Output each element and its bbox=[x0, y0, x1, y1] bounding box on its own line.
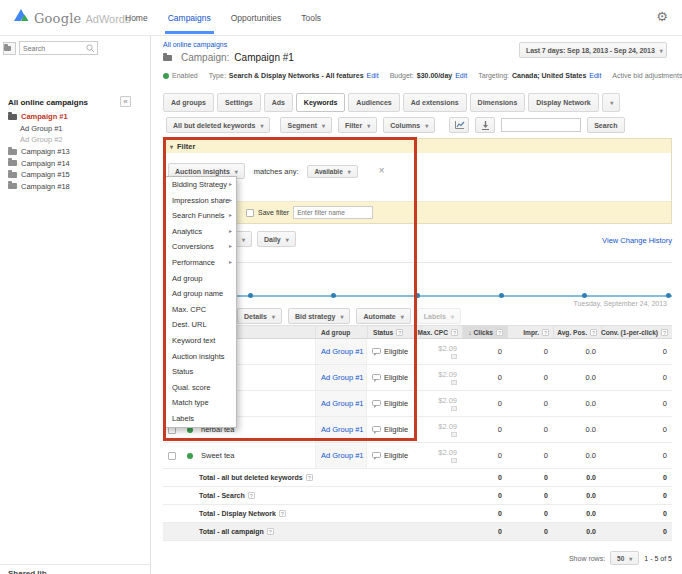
help-icon[interactable] bbox=[267, 528, 274, 535]
filter-menu-item[interactable]: Search Funnels bbox=[165, 208, 236, 224]
download-button[interactable] bbox=[475, 117, 495, 133]
status-cell: Eligible bbox=[367, 417, 420, 442]
filter-name-input[interactable] bbox=[293, 206, 373, 219]
total-impressions: 0 bbox=[507, 474, 553, 481]
edit-targeting-link[interactable]: Edit bbox=[589, 72, 601, 79]
filter-menu-item[interactable]: Status bbox=[165, 364, 236, 380]
help-icon[interactable] bbox=[451, 329, 458, 336]
filter-menu-item[interactable]: Ad group bbox=[165, 271, 236, 287]
sidebar-tree-item[interactable]: Ad Group #2 bbox=[0, 134, 150, 146]
labels-button[interactable]: Labels bbox=[417, 308, 461, 324]
bid-strategy-button[interactable]: Bid strategy bbox=[288, 308, 350, 324]
chart-toggle-button[interactable] bbox=[449, 117, 469, 133]
sidebar-collapse-button[interactable] bbox=[120, 96, 131, 107]
filter-menu-item[interactable]: Ad group name bbox=[165, 286, 236, 302]
sidebar-search-input[interactable] bbox=[20, 45, 86, 52]
page-title-row: Campaign: Campaign #1 bbox=[163, 52, 294, 63]
help-icon[interactable] bbox=[248, 492, 255, 499]
nav-item[interactable]: Campaigns bbox=[168, 0, 211, 36]
nav-item[interactable]: Tools bbox=[301, 0, 321, 36]
ad-group-link[interactable]: Ad Group #1 bbox=[321, 399, 364, 408]
date-range-button[interactable]: Last 7 days: Sep 18, 2013 - Sep 24, 2013 bbox=[519, 42, 667, 58]
ad-group-link[interactable]: Ad Group #1 bbox=[321, 373, 364, 382]
help-icon[interactable] bbox=[661, 329, 668, 336]
avg-position-column-header[interactable]: Avg. Pos. bbox=[553, 326, 601, 338]
status-text: Eligible bbox=[384, 425, 408, 434]
conversions-column-header[interactable]: Conv. (1-per-click) bbox=[601, 326, 672, 338]
ad-group-link[interactable]: Ad Group #1 bbox=[321, 451, 364, 460]
campaign-targeting: Targeting:Canada; United StatesEdit bbox=[478, 72, 601, 79]
tab[interactable]: Settings bbox=[217, 93, 261, 112]
max-cpc-column-header[interactable]: Max. CPC bbox=[420, 326, 462, 338]
sidebar-tree-item[interactable]: Campaign #1 bbox=[0, 111, 150, 123]
edit-budget-link[interactable]: Edit bbox=[455, 72, 467, 79]
filter-menu-item[interactable]: Performance bbox=[165, 255, 236, 271]
help-icon[interactable] bbox=[279, 510, 286, 517]
filter-menu-item[interactable]: Keyword text bbox=[165, 333, 236, 349]
filter-button[interactable]: Filter bbox=[338, 117, 377, 133]
status-column-header[interactable]: Status bbox=[367, 326, 420, 338]
shared-library-link[interactable]: Shared lib bbox=[0, 564, 150, 574]
rows-per-page-select[interactable]: 50 bbox=[610, 551, 639, 565]
filter-panel-header[interactable]: ▾ Filter bbox=[164, 139, 671, 153]
filter-menu-item[interactable]: Auction insights bbox=[165, 349, 236, 365]
folder-browse-button[interactable] bbox=[3, 42, 16, 55]
clicks-column-header[interactable]: Clicks bbox=[462, 326, 507, 338]
nav-item[interactable]: Opportunities bbox=[231, 0, 282, 36]
filter-menu-item[interactable]: Bidding Strategy bbox=[165, 177, 236, 193]
help-icon[interactable] bbox=[542, 329, 549, 336]
help-icon[interactable] bbox=[396, 329, 403, 336]
tab[interactable]: Ad groups bbox=[163, 93, 214, 112]
row-checkbox[interactable] bbox=[168, 452, 176, 460]
filter-menu-item[interactable]: Conversions bbox=[165, 239, 236, 255]
tab[interactable]: Ad extensions bbox=[403, 93, 467, 112]
campaign-status[interactable]: Enabled bbox=[163, 72, 198, 79]
tab[interactable]: Audiences bbox=[348, 93, 399, 112]
details-button[interactable]: Details bbox=[237, 308, 282, 324]
help-icon[interactable] bbox=[306, 474, 313, 481]
table-search-button[interactable]: Search bbox=[587, 117, 624, 133]
view-change-history-link[interactable]: View Change History bbox=[602, 236, 672, 245]
filter-menu-item[interactable]: Impression share bbox=[165, 193, 236, 209]
keywords-table: Ad group Status Max. CPC Clicks Impr. Av… bbox=[163, 325, 672, 541]
gear-icon[interactable] bbox=[656, 9, 668, 25]
columns-button[interactable]: Columns bbox=[383, 117, 435, 133]
keyword-scope-select[interactable]: All but deleted keywords bbox=[166, 117, 270, 133]
remove-filter-icon[interactable] bbox=[379, 166, 385, 176]
sidebar-tree-item[interactable]: Campaign #18 bbox=[0, 181, 150, 193]
tab[interactable]: Keywords bbox=[296, 93, 345, 112]
filter-menu-item[interactable]: Analytics bbox=[165, 224, 236, 240]
ad-group-cell: Ad Group #1 bbox=[315, 391, 367, 416]
filter-menu-item[interactable]: Qual. score bbox=[165, 380, 236, 396]
impressions-column-header[interactable]: Impr. bbox=[507, 326, 553, 338]
speech-bubble-icon bbox=[372, 400, 381, 408]
ad-group-link[interactable]: Ad Group #1 bbox=[321, 347, 364, 356]
sidebar-tree-item[interactable]: Ad Group #1 bbox=[0, 123, 150, 135]
tab[interactable]: Display Network bbox=[528, 93, 598, 112]
page-title: Campaign #1 bbox=[234, 52, 293, 63]
tabs-overflow-button[interactable] bbox=[602, 93, 620, 112]
edit-type-link[interactable]: Edit bbox=[367, 72, 379, 79]
table-search-input[interactable] bbox=[501, 118, 581, 132]
help-icon[interactable] bbox=[590, 329, 597, 336]
filter-menu-item[interactable]: Dest. URL bbox=[165, 317, 236, 333]
help-icon[interactable] bbox=[496, 329, 503, 336]
tab[interactable]: Dimensions bbox=[470, 93, 526, 112]
save-filter-checkbox[interactable] bbox=[246, 209, 254, 217]
tab[interactable]: Ads bbox=[264, 93, 293, 112]
segment-button[interactable]: Segment bbox=[280, 117, 332, 133]
filter-menu-item[interactable]: Match type bbox=[165, 395, 236, 411]
sidebar-tree-item[interactable]: Campaign #14 bbox=[0, 157, 150, 169]
filter-menu-item[interactable]: Labels bbox=[165, 411, 236, 427]
filter-value-select[interactable]: Available bbox=[307, 165, 357, 178]
ad-group-link[interactable]: Ad Group #1 bbox=[321, 425, 364, 434]
sidebar-tree-item[interactable]: Campaign #13 bbox=[0, 146, 150, 158]
ad-group-column-header[interactable]: Ad group bbox=[315, 326, 367, 338]
nav-item[interactable]: Home bbox=[125, 0, 148, 36]
filter-menu-item[interactable]: Max. CPC bbox=[165, 302, 236, 318]
chart-granularity-select[interactable]: Daily bbox=[257, 231, 296, 247]
automate-button[interactable]: Automate bbox=[356, 308, 410, 324]
table-body: Ad Group #1 Eligible $2.09 0 0 0.0 0 bbox=[163, 339, 672, 469]
breadcrumb[interactable]: All online campaigns bbox=[163, 41, 227, 48]
sidebar-tree-item[interactable]: Campaign #15 bbox=[0, 169, 150, 181]
